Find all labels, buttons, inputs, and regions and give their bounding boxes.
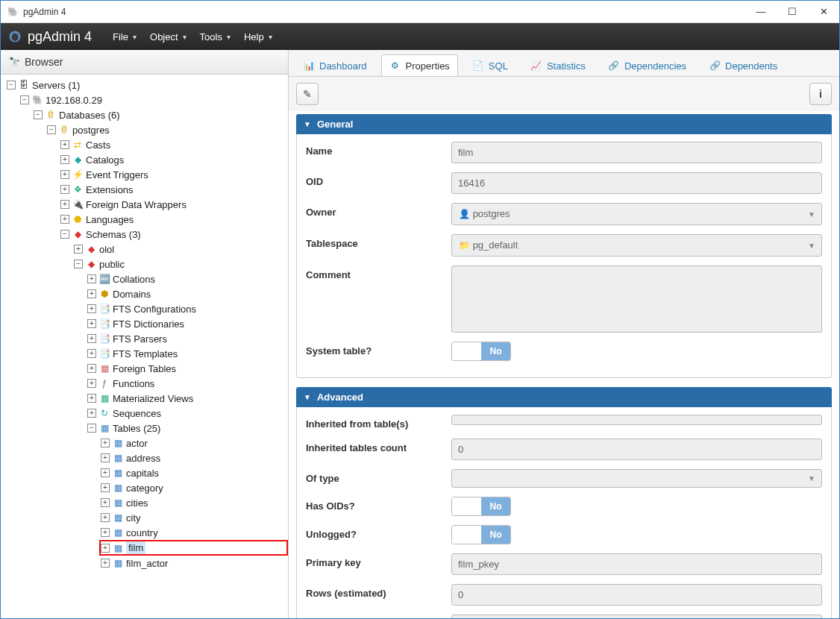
main-pane: Dashboard Properties SQL Statistics Depe… bbox=[289, 50, 839, 618]
panel-general-header[interactable]: General bbox=[296, 114, 832, 134]
toggle-system-table[interactable]: No bbox=[451, 342, 511, 361]
tree-fts-templates[interactable]: +FTS Templates bbox=[86, 346, 288, 361]
tab-sql[interactable]: SQL bbox=[464, 54, 516, 76]
tree-db-postgres[interactable]: −postgres bbox=[46, 122, 288, 137]
table-icon bbox=[112, 452, 124, 464]
tree-table-cities[interactable]: +cities bbox=[99, 495, 288, 510]
label-oid: OID bbox=[306, 172, 451, 187]
menu-object[interactable]: Object bbox=[150, 31, 187, 43]
close-button[interactable]: ✕ bbox=[814, 6, 833, 17]
tree-table-city[interactable]: +city bbox=[99, 510, 288, 525]
server-group-icon bbox=[18, 79, 30, 91]
tree-foreign-tables[interactable]: +Foreign Tables bbox=[86, 361, 288, 376]
tree-mat-views[interactable]: +Materialized Views bbox=[86, 391, 288, 406]
menu-tools[interactable]: Tools bbox=[200, 31, 231, 43]
tree-fts-parsers[interactable]: +FTS Parsers bbox=[86, 331, 288, 346]
schemas-icon bbox=[72, 228, 84, 240]
panel-general: General Namefilm OID16416 Owner postgres… bbox=[296, 114, 832, 378]
collations-icon bbox=[98, 273, 110, 285]
tree-casts[interactable]: +Casts bbox=[59, 137, 288, 152]
tree-languages[interactable]: +Languages bbox=[59, 212, 288, 227]
select-owner[interactable]: postgres▼ bbox=[451, 203, 822, 225]
schema-icon bbox=[85, 258, 97, 270]
tree-table-film-actor[interactable]: +film_actor bbox=[99, 556, 288, 571]
tree-table-category[interactable]: +category bbox=[99, 480, 288, 495]
tree-servers[interactable]: −Servers (1) bbox=[5, 78, 288, 92]
fts-dict-icon bbox=[98, 318, 110, 330]
dashboard-icon bbox=[303, 60, 315, 72]
input-oid: 16416 bbox=[451, 172, 822, 194]
fts-parsers-icon bbox=[98, 333, 110, 345]
tree-databases[interactable]: −Databases (6) bbox=[32, 107, 288, 122]
toggle-unlogged[interactable]: No bbox=[451, 525, 511, 544]
input-inherited-count: 0 bbox=[451, 439, 822, 460]
mat-views-icon bbox=[98, 392, 110, 404]
tab-dependencies[interactable]: Dependencies bbox=[600, 54, 695, 76]
table-icon bbox=[112, 467, 124, 479]
casts-icon bbox=[72, 139, 84, 151]
tree-schema-public[interactable]: −public bbox=[72, 257, 288, 271]
input-name[interactable]: film bbox=[451, 142, 822, 163]
tab-properties[interactable]: Properties bbox=[381, 54, 458, 76]
select-tablespace[interactable]: pg_default▼ bbox=[451, 234, 822, 257]
tree-schemas[interactable]: −Schemas (3) bbox=[59, 227, 288, 242]
tree-fts-dict[interactable]: +FTS Dictionaries bbox=[86, 316, 288, 331]
tree-table-capitals[interactable]: +capitals bbox=[99, 465, 288, 480]
tab-bar: Dashboard Properties SQL Statistics Depe… bbox=[289, 50, 839, 77]
tree-table-country[interactable]: +country bbox=[99, 525, 288, 540]
tree-table-film[interactable]: +film bbox=[99, 540, 288, 556]
tree-host[interactable]: −192.168.0.29 bbox=[19, 92, 288, 107]
label-primary-key: Primary key bbox=[306, 553, 451, 568]
table-icon bbox=[112, 527, 124, 538]
object-tree[interactable]: −Servers (1) −192.168.0.29 −Databases (6… bbox=[1, 75, 288, 618]
tree-domains[interactable]: +Domains bbox=[86, 286, 288, 301]
tree-event-triggers[interactable]: +Event Triggers bbox=[59, 167, 288, 182]
tables-icon bbox=[98, 422, 110, 434]
tree-table-address[interactable]: +address bbox=[99, 450, 288, 465]
sidebar-header: Browser bbox=[1, 50, 288, 75]
extensions-icon bbox=[72, 183, 84, 195]
window-titlebar: pgAdmin 4 — ☐ ✕ bbox=[1, 1, 839, 23]
textarea-comment[interactable] bbox=[451, 265, 822, 333]
functions-icon bbox=[98, 377, 110, 389]
table-icon bbox=[112, 497, 124, 509]
info-button[interactable]: i bbox=[809, 83, 832, 105]
tree-fts-config[interactable]: +FTS Configurations bbox=[86, 301, 288, 316]
edit-button[interactable]: ✎ bbox=[296, 83, 319, 105]
menu-file[interactable]: File bbox=[113, 31, 137, 43]
tree-sequences[interactable]: +Sequences bbox=[86, 406, 288, 421]
label-inherited-from: Inherited from table(s) bbox=[306, 415, 451, 430]
input-rows-cnt bbox=[451, 615, 822, 618]
folder-icon bbox=[458, 239, 470, 251]
fts-config-icon bbox=[98, 303, 110, 315]
menu-help[interactable]: Help bbox=[244, 31, 272, 43]
sequences-icon bbox=[98, 407, 110, 419]
tree-extensions[interactable]: +Extensions bbox=[59, 182, 288, 197]
dependencies-icon bbox=[608, 60, 620, 72]
label-rows-cnt: Rows (counted) bbox=[306, 615, 451, 618]
panel-advanced: Advanced Inherited from table(s) Inherit… bbox=[296, 387, 832, 618]
select-of-type[interactable]: ▼ bbox=[451, 469, 822, 488]
table-icon bbox=[112, 542, 124, 554]
sql-icon bbox=[472, 60, 484, 72]
fts-templates-icon bbox=[98, 348, 110, 359]
tree-table-actor[interactable]: +actor bbox=[99, 436, 288, 450]
tree-tables[interactable]: −Tables (25) bbox=[86, 421, 288, 436]
tree-catalogs[interactable]: +Catalogs bbox=[59, 152, 288, 167]
event-triggers-icon bbox=[72, 169, 84, 180]
tree-collations[interactable]: +Collations bbox=[86, 271, 288, 286]
app-icon bbox=[7, 6, 19, 18]
maximize-button[interactable]: ☐ bbox=[783, 6, 802, 17]
tab-statistics[interactable]: Statistics bbox=[522, 54, 594, 76]
window-title: pgAdmin 4 bbox=[23, 7, 66, 17]
label-inherited-count: Inherited tables count bbox=[306, 439, 451, 453]
tree-functions[interactable]: +Functions bbox=[86, 376, 288, 391]
minimize-button[interactable]: — bbox=[751, 6, 771, 17]
fdw-icon bbox=[72, 198, 84, 210]
tree-fdw[interactable]: +Foreign Data Wrappers bbox=[59, 197, 288, 212]
tree-schema-olol[interactable]: +olol bbox=[72, 242, 288, 257]
toggle-has-oids[interactable]: No bbox=[451, 497, 511, 516]
tab-dependents[interactable]: Dependents bbox=[700, 54, 786, 76]
panel-advanced-header[interactable]: Advanced bbox=[296, 387, 832, 407]
tab-dashboard[interactable]: Dashboard bbox=[295, 54, 375, 76]
